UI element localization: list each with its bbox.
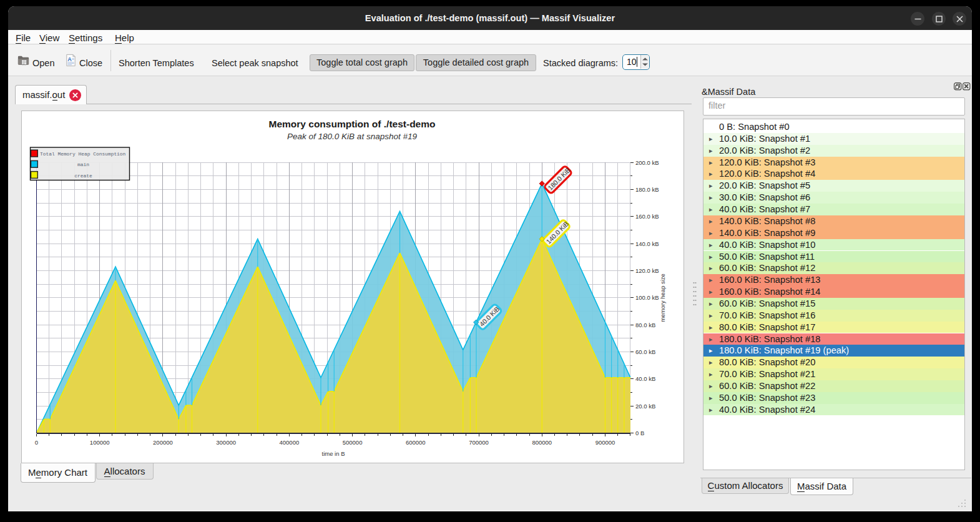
svg-text:800000: 800000: [532, 439, 552, 446]
svg-text:400000: 400000: [280, 439, 300, 446]
svg-text:time in B: time in B: [322, 450, 345, 457]
svg-text:create: create: [74, 173, 92, 179]
svg-text:memory heap size: memory heap size: [659, 273, 666, 322]
svg-text:Memory consumption of ./test-d: Memory consumption of ./test-demo: [269, 119, 436, 129]
svg-text:200000: 200000: [153, 439, 173, 446]
svg-text:700000: 700000: [469, 439, 489, 446]
svg-text:300000: 300000: [216, 439, 236, 446]
svg-text:160.0 kB: 160.0 kB: [635, 213, 659, 220]
svg-text:60.0 kB: 60.0 kB: [635, 348, 655, 355]
svg-text:100000: 100000: [90, 439, 110, 446]
svg-text:180.0 kB: 180.0 kB: [635, 186, 659, 193]
svg-text:20.0 kB: 20.0 kB: [635, 403, 655, 410]
svg-text:40.0 kB: 40.0 kB: [635, 375, 655, 382]
svg-text:120.0 kB: 120.0 kB: [635, 267, 659, 274]
svg-text:600000: 600000: [406, 439, 426, 446]
svg-text:180.0 KiB: 180.0 KiB: [546, 166, 572, 192]
svg-text:100.0 kB: 100.0 kB: [635, 294, 659, 301]
svg-text:140.0 kB: 140.0 kB: [635, 240, 659, 247]
svg-text:0 B: 0 B: [635, 430, 644, 436]
svg-text:0: 0: [35, 439, 38, 446]
svg-text:Total Memory Heap Consumption: Total Memory Heap Consumption: [40, 151, 126, 157]
svg-text:80.0 kB: 80.0 kB: [635, 322, 655, 328]
svg-text:900000: 900000: [595, 439, 615, 446]
svg-text:A: A: [67, 56, 72, 62]
svg-text:200.0 kB: 200.0 kB: [635, 159, 659, 166]
svg-text:main: main: [77, 162, 89, 167]
svg-text:500000: 500000: [343, 439, 363, 446]
svg-text:Peak of 180.0 KiB at snapshot: Peak of 180.0 KiB at snapshot #19: [287, 132, 417, 141]
